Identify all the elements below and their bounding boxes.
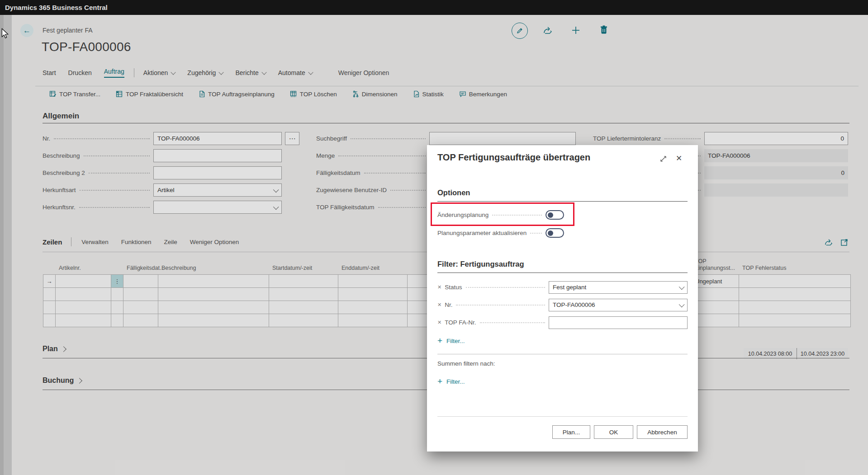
ok-button[interactable]: OK: [594, 425, 633, 439]
plan-button[interactable]: Plan...: [552, 425, 590, 439]
dotted-leader: [456, 303, 545, 306]
plus-icon: +: [437, 337, 442, 344]
top-fa-nr-filter-label: TOP FA-Nr.: [445, 319, 476, 326]
cancel-button[interactable]: Abbrechen: [637, 425, 688, 439]
chevron-down-icon: [679, 284, 685, 290]
nr-filter-select[interactable]: TOP-FA000006: [549, 299, 688, 311]
clear-filter-icon[interactable]: ✕: [437, 284, 441, 290]
dialog-divider: [437, 354, 688, 354]
expand-icon: [659, 155, 667, 163]
nr-filter-label: Nr.: [445, 301, 452, 308]
screen: Dynamics 365 Business Central ← Fest gep…: [0, 0, 868, 475]
dotted-leader: [480, 320, 545, 323]
dialog-top-fertigungsauftraege-uebertragen: TOP Fertigungsaufträge übertragen ✕ Opti…: [427, 145, 698, 451]
filter-row-status: ✕ Status Fest geplant: [437, 281, 688, 294]
planungsparameter-label: Planungsparameter aktualisieren: [437, 230, 526, 236]
dialog-buttons: Plan... OK Abbrechen: [552, 425, 688, 439]
dialog-title: TOP Fertigungsaufträge übertragen: [437, 152, 590, 163]
close-icon: ✕: [676, 154, 682, 163]
filter-heading: Filter: Fertigungsauftrag: [437, 260, 688, 273]
chevron-down-icon: [679, 301, 685, 307]
dialog-expand-button[interactable]: [659, 155, 667, 165]
status-filter-label: Status: [445, 284, 462, 291]
dialog-close-button[interactable]: ✕: [676, 154, 682, 163]
mouse-cursor: [1, 28, 9, 41]
red-highlight-box: [431, 202, 574, 226]
toggle-row-planungsparameter: Planungsparameter aktualisieren: [437, 226, 564, 240]
planungsparameter-toggle[interactable]: [545, 228, 564, 238]
totals-add-filter-link[interactable]: + Filter...: [437, 378, 465, 385]
add-filter-link[interactable]: + Filter...: [437, 337, 465, 344]
clear-filter-icon[interactable]: ✕: [437, 302, 441, 308]
clear-filter-icon[interactable]: ✕: [437, 320, 441, 325]
totals-filter-label: Summen filtern nach:: [437, 360, 495, 367]
dotted-leader: [466, 285, 545, 288]
status-filter-select[interactable]: Fest geplant: [549, 281, 688, 294]
plus-icon: +: [437, 378, 442, 385]
top-fa-nr-filter-input[interactable]: [549, 316, 688, 329]
dotted-leader: [530, 231, 542, 234]
filter-row-nr: ✕ Nr. TOP-FA000006: [437, 298, 688, 311]
dialog-footer-divider: [437, 416, 688, 417]
options-heading: Optionen: [437, 188, 688, 202]
filter-row-top-fa-nr: ✕ TOP FA-Nr.: [437, 316, 688, 329]
